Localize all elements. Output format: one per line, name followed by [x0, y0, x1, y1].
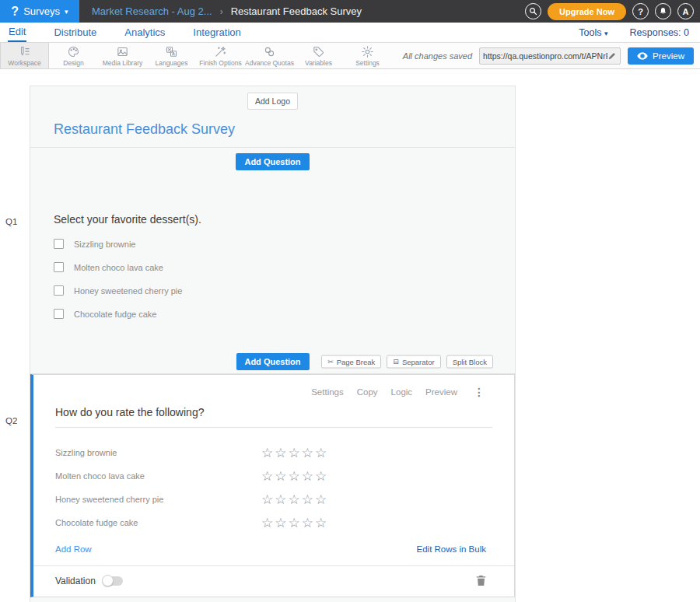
split-block-button[interactable]: Split Block — [446, 355, 493, 368]
survey-title[interactable]: Restaurant Feedback Survey — [54, 121, 492, 138]
q2-actions: Settings Copy Logic Preview ⋮ — [33, 375, 514, 398]
q2-settings-link[interactable]: Settings — [311, 387, 344, 397]
bell-icon — [659, 7, 667, 16]
search-button[interactable] — [525, 3, 541, 19]
tab-edit[interactable]: Edit — [8, 23, 26, 42]
q1-option-label[interactable]: Honey sweetened cherry pie — [74, 286, 182, 296]
questionpro-logo-icon: ? — [11, 5, 19, 18]
toolbar-right: All changes saved Preview — [403, 43, 700, 68]
nav-right: Tools ▾ Responses: 0 — [579, 27, 692, 38]
q1-side-label: Q1 — [5, 217, 17, 226]
tag-icon — [312, 45, 325, 58]
star-rating[interactable]: ☆☆☆☆☆ — [261, 492, 328, 507]
avatar-initial: A — [683, 7, 689, 16]
insert-bar: Add Question ✂ Page Break ⊟ Separator Sp… — [30, 349, 515, 374]
toolbar-item-advance-quotas[interactable]: Advance Quotas — [245, 43, 294, 68]
edit-pencil-icon[interactable] — [607, 51, 617, 61]
rating-row-label[interactable]: Sizzling brownie — [55, 448, 261, 457]
star-rating[interactable]: ☆☆☆☆☆ — [261, 445, 328, 460]
survey-url-input[interactable] — [483, 51, 607, 61]
survey-url-box — [479, 47, 621, 65]
toolbar-item-languages[interactable]: A Languages — [147, 43, 196, 68]
account-avatar[interactable]: A — [677, 3, 694, 19]
add-logo-button[interactable]: Add Logo — [247, 93, 298, 110]
checkbox[interactable] — [54, 239, 64, 249]
insert-bar: Add Question ✂ Page Break ⊟ Separator — [30, 597, 515, 602]
chain-icon — [263, 45, 276, 58]
q2-preview-link[interactable]: Preview — [425, 387, 457, 397]
q1-option-row: Molten choco lava cake — [54, 262, 492, 272]
question-block-q1[interactable]: Select your favorite dessert(s). Sizzlin… — [30, 176, 515, 319]
chevron-down-icon: ▾ — [604, 30, 608, 37]
q2-side-label: Q2 — [5, 416, 17, 425]
help-button[interactable]: ? — [632, 3, 649, 19]
separator-button[interactable]: ⊟ Separator — [387, 355, 440, 368]
search-icon — [529, 7, 537, 16]
page-break-button[interactable]: ✂ Page Break — [321, 355, 381, 368]
wand-icon — [214, 45, 227, 58]
q2-logic-link[interactable]: Logic — [391, 387, 413, 397]
q2-copy-link[interactable]: Copy — [357, 387, 378, 397]
toolbar-item-design[interactable]: Design — [49, 43, 98, 68]
q1-option-label[interactable]: Molten choco lava cake — [74, 263, 163, 272]
q1-question-text[interactable]: Select your favorite dessert(s). — [54, 213, 492, 226]
logo-row: Add Logo — [30, 86, 515, 110]
breadcrumb-survey-title: Restaurant Feedback Survey — [231, 5, 362, 17]
rating-row-label[interactable]: Honey sweetened cherry pie — [55, 495, 261, 504]
checkbox[interactable] — [54, 309, 64, 319]
tab-integration[interactable]: Integration — [192, 24, 241, 41]
add-row-link[interactable]: Add Row — [55, 544, 92, 554]
scissors-icon: ✂ — [327, 358, 334, 366]
rating-row: Molten choco lava cake ☆☆☆☆☆ — [55, 464, 492, 488]
edit-rows-in-bulk-link[interactable]: Edit Rows in Bulk — [417, 544, 486, 554]
validation-toggle[interactable] — [103, 576, 123, 586]
surveys-menu[interactable]: ? Surveys ▾ — [0, 0, 79, 23]
rating-row: Honey sweetened cherry pie ☆☆☆☆☆ — [55, 488, 492, 511]
rating-row: Chocolate fudge cake ☆☆☆☆☆ — [55, 511, 492, 534]
checkbox[interactable] — [54, 285, 64, 296]
q2-question-text[interactable]: How do you rate the following? — [55, 406, 492, 428]
topbar-actions: Upgrade Now ? A — [525, 0, 700, 23]
workspace-icon — [18, 45, 31, 58]
q1-option-label[interactable]: Sizzling brownie — [74, 240, 135, 249]
image-icon — [116, 45, 129, 58]
q2-footer: Validation — [33, 565, 514, 597]
question-block-q2[interactable]: Settings Copy Logic Preview ⋮ How do you… — [30, 374, 515, 597]
upgrade-now-button[interactable]: Upgrade Now — [548, 3, 626, 20]
gear-icon — [361, 45, 374, 58]
star-rating[interactable]: ☆☆☆☆☆ — [261, 468, 328, 484]
add-question-button[interactable]: Add Question — [236, 353, 309, 370]
add-question-row-top: Add Question — [30, 148, 515, 176]
toolbar-item-workspace[interactable]: Workspace — [0, 43, 49, 68]
rating-rows: Sizzling brownie ☆☆☆☆☆ Molten choco lava… — [33, 428, 514, 534]
q1-option-row: Honey sweetened cherry pie — [54, 285, 492, 296]
toolbar-item-settings[interactable]: Settings — [343, 43, 392, 68]
toolbar-item-finish-options[interactable]: Finish Options — [196, 43, 245, 68]
tools-menu[interactable]: Tools ▾ — [579, 27, 607, 38]
add-question-button[interactable]: Add Question — [236, 153, 309, 170]
save-status: All changes saved — [403, 51, 472, 61]
q2-row-links: Add Row Edit Rows in Bulk — [33, 534, 514, 565]
toolbar-item-variables[interactable]: Variables — [294, 43, 343, 68]
chevron-down-icon: ▾ — [65, 8, 68, 16]
eye-icon — [637, 52, 648, 60]
rating-row: Sizzling brownie ☆☆☆☆☆ — [55, 441, 492, 464]
rating-row-label[interactable]: Molten choco lava cake — [55, 471, 261, 481]
preview-button[interactable]: Preview — [628, 47, 694, 65]
tab-distribute[interactable]: Distribute — [53, 24, 97, 41]
toolbar-item-media-library[interactable]: Media Library — [98, 43, 147, 68]
breadcrumb-folder[interactable]: Market Research - Aug 2... — [92, 5, 212, 17]
separator-icon: ⊟ — [393, 358, 399, 366]
validation-label: Validation — [55, 576, 96, 586]
responses-count[interactable]: Responses: 0 — [630, 27, 689, 38]
q1-option-label[interactable]: Chocolate fudge cake — [74, 310, 156, 319]
notifications-button[interactable] — [655, 3, 671, 19]
section-navbar: Edit Distribute Analytics Integration To… — [0, 23, 700, 43]
checkbox[interactable] — [54, 262, 64, 272]
q1-option-row: Chocolate fudge cake — [54, 309, 492, 319]
star-rating[interactable]: ☆☆☆☆☆ — [261, 515, 328, 530]
tab-analytics[interactable]: Analytics — [124, 24, 166, 41]
rating-row-label[interactable]: Chocolate fudge cake — [55, 518, 261, 527]
trash-icon[interactable] — [476, 575, 486, 586]
kebab-menu-icon[interactable]: ⋮ — [474, 386, 485, 398]
